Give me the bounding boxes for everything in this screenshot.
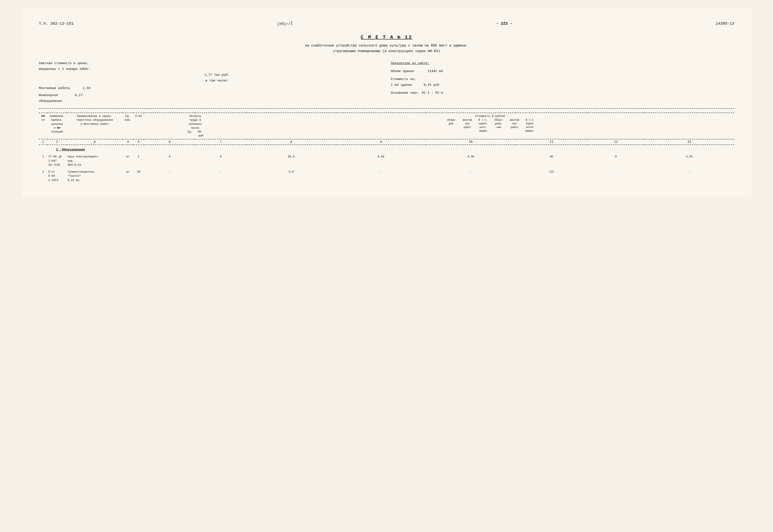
page: Т.п. 262-12-151 (УП)÷/l̄ - 222 - 14395-1… — [22, 9, 751, 196]
th-stoimost-text: Стоимость в рублях обору-дов. монтажныхр… — [447, 115, 533, 122]
inzh-val: 0,27 — [75, 92, 83, 104]
th-name: Наименование и харак-теристика оборудова… — [67, 113, 122, 139]
row2-kvo: 28 — [133, 169, 144, 184]
colnum-6: 6 — [144, 139, 195, 145]
table-row: 2 П-нтО-84п.I8I3 Громкоговоритель"Гжатск… — [39, 169, 734, 184]
doc-number: 14395-13 — [716, 21, 734, 26]
table-row: I I7-08 цПI-097IO-7I35 Часы электроперви… — [39, 153, 734, 169]
row1-s5: 8 — [588, 153, 645, 169]
th-num: №№пп — [39, 113, 47, 139]
volume-row: Объем здания II442 м3 — [391, 68, 734, 74]
row1-s2: 8,88 — [336, 153, 426, 169]
th-kvo: К-во — [133, 113, 144, 139]
row2-ed: шт — [122, 169, 133, 184]
th-ed-text: Ед.изм. — [124, 115, 131, 122]
table-header: №№пп наименов.прейск.ценникаи №№позиций … — [39, 113, 734, 139]
row1-price: I7-08 цПI-097IO-7I35 — [47, 153, 67, 169]
row1-zat-ed: 8 — [144, 153, 195, 169]
row2-s6: - — [644, 169, 734, 184]
row2-name: Громкоговоритель"Гжатск"0,I5 ва — [67, 169, 122, 184]
smetnaya-line1: Сметная стоимость в ценах, — [39, 60, 382, 66]
colnum-11: II — [516, 139, 588, 145]
row1-num: I — [39, 153, 47, 169]
col-numbers-row: I 2 8 4 5 6 7 8 9 I0 II I2 I3 — [39, 139, 734, 145]
row2-s1: 5,0 — [246, 169, 336, 184]
smetnaya-line3: 1,77 тыс.руб. — [39, 72, 382, 78]
osnov-row: Основание черт. PC-I : PC-4 — [391, 90, 734, 96]
title-sub-line1: на слаботочные устройства сельского дома… — [39, 43, 734, 49]
th-num-text: №№пп — [41, 115, 45, 122]
section-title-row: I. Оборудование — [39, 145, 734, 153]
montazh-label: Монтажные работы — [39, 85, 70, 91]
th-kvo-text: К-во — [135, 115, 142, 118]
cost-label2-val: I м3 здания 0,I5 руб. — [391, 82, 734, 88]
th-zatrat: Затратытруда вчеловекочасахЕд. Об- щая — [144, 113, 246, 139]
indicators-label: Показатели до смете: — [391, 60, 734, 66]
colnum-12: I2 — [588, 139, 645, 145]
volume-label: Объем здания — [391, 69, 414, 73]
header: Т.п. 262-12-151 (УП)÷/l̄ - 222 - 14395-1… — [39, 21, 734, 26]
dashed-separator-1 — [39, 108, 734, 109]
main-table: №№пп наименов.прейск.ценникаи №№позиций … — [39, 113, 734, 184]
inzh-row: Инженерное оборудование 0,27 — [39, 92, 382, 104]
colnum-4: 4 — [122, 139, 133, 145]
th-price-text: наименов.прейск.ценникаи №№позиций — [50, 115, 65, 133]
th-price: наименов.прейск.ценникаи №№позиций — [47, 113, 67, 139]
smetnaya-line2: введенных с I января 1969г. — [39, 66, 382, 72]
colnum-10: I0 — [426, 139, 515, 145]
row1-s1: 65,0 — [246, 153, 336, 169]
row1-ed: шт — [122, 153, 133, 169]
row1-s6: 4,59 — [644, 153, 734, 169]
colnum-3: 8 — [67, 139, 122, 145]
row2-s4: II5 — [516, 169, 588, 184]
row1-s4: 65 — [516, 153, 588, 169]
th-stoimost: Стоимость в рублях обору-дов. монтажныхр… — [246, 113, 734, 139]
row2-s5: - — [588, 169, 645, 184]
colnum-1: I — [39, 139, 47, 145]
info-right: Показатели до смете: Объем здания II442 … — [382, 60, 734, 104]
montazh-val: I,50 — [83, 85, 90, 91]
section-title-cell: I. Оборудование — [39, 145, 734, 153]
cost-row: Стоимость на: I м3 здания 0,I5 руб. — [391, 76, 734, 88]
doc-code: Т.п. 262-12-151 — [39, 21, 74, 26]
th-name-text: Наименование и харак-теристика оборудова… — [76, 115, 113, 125]
row2-zat-ob: - — [195, 169, 246, 184]
row2-s2: - — [336, 169, 426, 184]
inzh-label1: Инженерное оборудование — [39, 92, 62, 104]
title-section: С М Е Т А № 12 на слаботочные устройства… — [39, 35, 734, 54]
title-sub-line2: стративными помещениями (в конструкциях … — [39, 49, 734, 54]
page-number: - 222 - — [496, 21, 512, 26]
row2-s3: - — [426, 169, 515, 184]
colnum-7: 7 — [195, 139, 246, 145]
row2-zat-ed: - — [144, 169, 195, 184]
row2-num: 2 — [39, 169, 47, 184]
colnum-8: 8 — [246, 139, 336, 145]
montazh-row: Монтажные работы I,50 — [39, 85, 382, 91]
volume-val: II442 м3 — [427, 69, 443, 73]
row1-s3: 4,59 — [426, 153, 515, 169]
colnum-2: 2 — [47, 139, 67, 145]
th-zatrat-text: Затратытруда вчеловекочасахЕд. Об- щая — [187, 115, 204, 137]
info-left: Сметная стоимость в ценах, введенных с I… — [39, 60, 382, 104]
th-ed: Ед.изм. — [122, 113, 133, 139]
formula-code: (УП)÷/l̄ — [277, 21, 293, 26]
row1-kvo: I — [133, 153, 144, 169]
row1-name: Часы электропервич-ныеПКЛ-8-24 — [67, 153, 122, 169]
colnum-9: 9 — [336, 139, 426, 145]
colnum-13: I3 — [644, 139, 734, 145]
row1-zat-ob: 8 — [195, 153, 246, 169]
colnum-5: 5 — [133, 139, 144, 145]
info-section: Сметная стоимость в ценах, введенных с I… — [39, 60, 734, 104]
row2-price: П-нтО-84п.I8I3 — [47, 169, 67, 184]
cost-label1: Стоимость на: — [391, 76, 734, 82]
title-main: С М Е Т А № 12 — [39, 35, 734, 40]
smetnaya-line4: в том числе: — [39, 78, 382, 84]
